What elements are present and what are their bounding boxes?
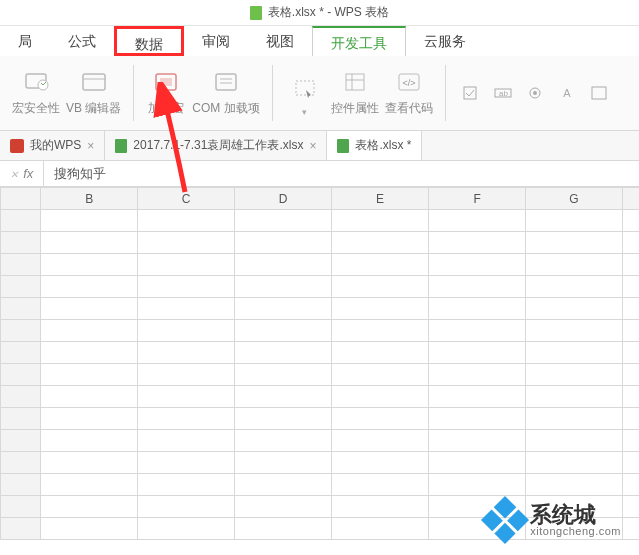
cell[interactable] <box>623 342 639 364</box>
cell[interactable] <box>138 298 235 320</box>
checkbox-control-button[interactable] <box>458 84 484 102</box>
cell[interactable] <box>623 430 639 452</box>
cell[interactable] <box>623 254 639 276</box>
formula-input[interactable]: 搜狗知乎 <box>44 165 639 183</box>
cell[interactable] <box>235 232 332 254</box>
macro-security-button[interactable]: 宏安全性 <box>12 70 60 117</box>
cell[interactable] <box>526 276 623 298</box>
cell[interactable] <box>526 496 623 518</box>
row-header[interactable] <box>1 320 41 342</box>
cell[interactable] <box>41 430 138 452</box>
cell[interactable] <box>138 232 235 254</box>
cell[interactable] <box>41 496 138 518</box>
cell[interactable] <box>429 364 526 386</box>
menu-item-数据[interactable]: 数据 <box>114 26 184 56</box>
com-addins-button[interactable]: COM 加载项 <box>192 70 259 117</box>
cell[interactable] <box>623 364 639 386</box>
cell[interactable] <box>138 518 235 540</box>
cell[interactable] <box>235 254 332 276</box>
cell[interactable] <box>41 386 138 408</box>
cell[interactable] <box>235 474 332 496</box>
cell[interactable] <box>332 254 429 276</box>
cell[interactable] <box>235 342 332 364</box>
cell[interactable] <box>332 430 429 452</box>
more-controls-button[interactable] <box>586 84 612 102</box>
cell[interactable] <box>526 320 623 342</box>
cell[interactable] <box>41 452 138 474</box>
cell[interactable] <box>41 298 138 320</box>
vb-editor-button[interactable]: VB 编辑器 <box>66 70 121 117</box>
cell[interactable] <box>623 474 639 496</box>
cell[interactable] <box>429 518 526 540</box>
cell[interactable] <box>526 408 623 430</box>
row-header[interactable] <box>1 474 41 496</box>
label-control-button[interactable]: A <box>554 84 580 102</box>
view-code-button[interactable]: </> 查看代码 <box>385 70 433 117</box>
document-tab[interactable]: 2017.7.1-7.31袁周雄工作表.xlsx× <box>105 131 327 160</box>
document-tab[interactable]: 我的WPS× <box>0 131 105 160</box>
row-header[interactable] <box>1 342 41 364</box>
cell[interactable] <box>41 408 138 430</box>
cell[interactable] <box>138 364 235 386</box>
cell[interactable] <box>235 452 332 474</box>
cell[interactable] <box>332 210 429 232</box>
cell[interactable] <box>526 210 623 232</box>
cell[interactable] <box>332 452 429 474</box>
cell[interactable] <box>429 254 526 276</box>
cell[interactable] <box>429 210 526 232</box>
column-header[interactable]: E <box>332 188 429 210</box>
cell[interactable] <box>332 232 429 254</box>
cell[interactable] <box>138 254 235 276</box>
cell[interactable] <box>138 408 235 430</box>
cell[interactable] <box>41 518 138 540</box>
column-header[interactable]: D <box>235 188 332 210</box>
cell[interactable] <box>235 298 332 320</box>
addins-button[interactable]: 加载宏 <box>146 70 186 117</box>
cell[interactable] <box>623 320 639 342</box>
cell[interactable] <box>429 276 526 298</box>
cell[interactable] <box>332 342 429 364</box>
column-header[interactable]: H <box>623 188 639 210</box>
cell[interactable] <box>138 430 235 452</box>
cell[interactable] <box>235 518 332 540</box>
cell[interactable] <box>623 276 639 298</box>
cell[interactable] <box>41 254 138 276</box>
cell[interactable] <box>332 518 429 540</box>
cell[interactable] <box>235 276 332 298</box>
cell[interactable] <box>41 474 138 496</box>
row-header[interactable] <box>1 254 41 276</box>
cell[interactable] <box>138 452 235 474</box>
cell[interactable] <box>138 210 235 232</box>
cell[interactable] <box>41 364 138 386</box>
cell[interactable] <box>332 386 429 408</box>
cell[interactable] <box>429 342 526 364</box>
insert-control-button[interactable]: ▾ <box>285 77 325 117</box>
cell[interactable] <box>235 364 332 386</box>
cell[interactable] <box>138 276 235 298</box>
cell[interactable] <box>235 320 332 342</box>
cell[interactable] <box>138 386 235 408</box>
text-control-button[interactable]: ab <box>490 84 516 102</box>
cell[interactable] <box>332 364 429 386</box>
column-header[interactable]: B <box>41 188 138 210</box>
cancel-icon[interactable]: ✕ <box>10 169 18 180</box>
cell[interactable] <box>332 496 429 518</box>
row-header[interactable] <box>1 430 41 452</box>
menu-item-云服务[interactable]: 云服务 <box>406 26 484 56</box>
cell[interactable] <box>138 474 235 496</box>
column-header[interactable]: G <box>526 188 623 210</box>
row-header[interactable] <box>1 298 41 320</box>
cell[interactable] <box>332 320 429 342</box>
cell[interactable] <box>332 276 429 298</box>
cell[interactable] <box>623 298 639 320</box>
row-header[interactable] <box>1 364 41 386</box>
cell[interactable] <box>526 474 623 496</box>
row-header[interactable] <box>1 518 41 540</box>
cell[interactable] <box>429 298 526 320</box>
cell[interactable] <box>235 496 332 518</box>
menu-item-审阅[interactable]: 审阅 <box>184 26 248 56</box>
cell[interactable] <box>41 276 138 298</box>
cell[interactable] <box>41 210 138 232</box>
row-header[interactable] <box>1 210 41 232</box>
document-tab[interactable]: 表格.xlsx * <box>327 131 422 160</box>
